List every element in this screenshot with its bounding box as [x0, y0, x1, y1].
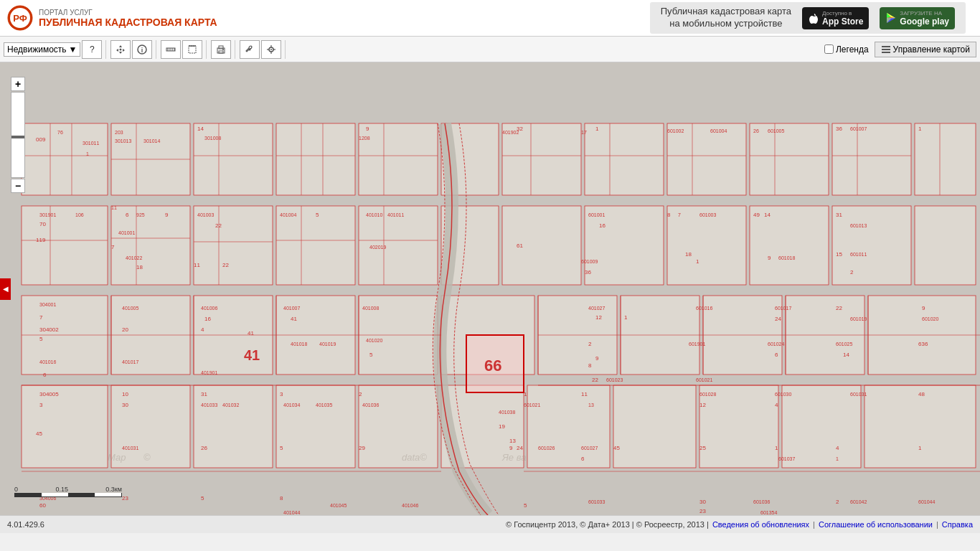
- logo-title: ПУБЛИЧНАЯ КАДАСТРОВАЯ КАРТА: [39, 17, 217, 28]
- svg-text:4: 4: [836, 445, 839, 451]
- svg-text:4: 4: [775, 402, 778, 408]
- svg-point-22: [249, 48, 251, 50]
- svg-rect-16: [189, 46, 196, 53]
- svg-text:401038: 401038: [499, 410, 515, 415]
- svg-text:304001: 304001: [39, 302, 56, 307]
- svg-text:2: 2: [850, 269, 854, 276]
- scale-labels: 0 0.15 0.3км: [14, 486, 122, 493]
- svg-text:36: 36: [836, 126, 842, 132]
- svg-rect-37: [276, 123, 355, 195]
- svg-text:601354: 601354: [760, 510, 777, 515]
- svg-text:22: 22: [222, 262, 229, 268]
- svg-text:26: 26: [201, 445, 207, 451]
- google-play-button[interactable]: ЗАГРУЗИТЕ НА Google play: [880, 7, 955, 29]
- svg-text:401016: 401016: [39, 359, 56, 364]
- svg-text:5: 5: [316, 212, 319, 218]
- svg-rect-20: [219, 51, 223, 53]
- svg-text:401044: 401044: [283, 510, 300, 515]
- svg-text:601020: 601020: [922, 316, 938, 321]
- svg-text:41: 41: [244, 347, 260, 363]
- scale-label-03: 0.3км: [105, 486, 122, 493]
- svg-text:601002: 601002: [667, 128, 684, 133]
- svg-text:45: 45: [613, 445, 620, 451]
- pan-tool-btn[interactable]: [110, 40, 131, 59]
- svg-text:5: 5: [369, 352, 373, 358]
- svg-text:925: 925: [136, 212, 145, 217]
- svg-text:301901: 301901: [39, 212, 56, 217]
- zoom-slider[interactable]: [11, 92, 25, 178]
- measure-distance-btn[interactable]: [161, 40, 181, 59]
- svg-text:601033: 601033: [588, 499, 605, 504]
- svg-text:4: 4: [201, 326, 204, 333]
- svg-text:17: 17: [581, 130, 587, 135]
- svg-text:1: 1: [836, 456, 839, 461]
- manage-map-label: Управление картой: [893, 44, 970, 55]
- svg-text:401011: 401011: [387, 212, 404, 217]
- scale-segment-3: [68, 493, 95, 496]
- zoom-out-button[interactable]: −: [11, 179, 25, 193]
- svg-text:11: 11: [194, 262, 200, 268]
- zoom-in-button[interactable]: +: [11, 77, 25, 91]
- legend-checkbox[interactable]: [824, 44, 834, 54]
- svg-text:20: 20: [122, 326, 128, 333]
- svg-text:401032: 401032: [222, 402, 239, 408]
- svg-text:2: 2: [359, 391, 362, 397]
- svg-text:1: 1: [524, 391, 527, 397]
- svg-text:18: 18: [136, 264, 143, 270]
- measure-area-btn[interactable]: [182, 40, 202, 59]
- svg-text:13: 13: [509, 438, 516, 444]
- svg-rect-52: [502, 206, 581, 285]
- settings-btn[interactable]: [240, 40, 260, 59]
- navigation-tools-group: i: [110, 40, 156, 59]
- svg-text:301011: 301011: [83, 141, 99, 146]
- property-type-dropdown[interactable]: Недвижимость ▼: [4, 42, 80, 57]
- svg-text:601018: 601018: [778, 255, 795, 260]
- svg-text:30: 30: [122, 402, 128, 408]
- svg-text:32: 32: [517, 126, 523, 132]
- print-tools-group: [211, 40, 235, 59]
- info-tool-btn[interactable]: i: [132, 40, 152, 59]
- mobile-promo-text: Публичная кадастровая картана мобильном …: [661, 6, 791, 30]
- svg-rect-45: [915, 123, 976, 195]
- svg-text:402019: 402019: [369, 245, 386, 250]
- svg-text:36: 36: [585, 269, 591, 276]
- svg-text:401046: 401046: [402, 503, 418, 508]
- print-btn[interactable]: [211, 40, 231, 59]
- svg-rect-55: [750, 206, 829, 285]
- svg-text:24: 24: [775, 316, 781, 322]
- svg-text:401031: 401031: [122, 446, 138, 451]
- svg-text:5: 5: [524, 502, 527, 509]
- svg-text:401004: 401004: [280, 212, 296, 217]
- map-container[interactable]: 009 76 301011 1 203 301013 301014 14 301…: [0, 62, 980, 515]
- svg-text:16: 16: [599, 222, 606, 229]
- help-btn[interactable]: ?: [82, 40, 102, 59]
- extra-settings-btn[interactable]: [261, 40, 281, 59]
- svg-text:009: 009: [36, 136, 46, 143]
- svg-text:601017: 601017: [775, 306, 791, 311]
- svg-text:7: 7: [39, 314, 43, 321]
- svg-text:45: 45: [36, 430, 42, 437]
- svg-text:5: 5: [201, 495, 204, 501]
- svg-rect-69: [22, 385, 108, 468]
- legend-checkbox-label[interactable]: Легенда: [824, 44, 869, 55]
- footer-link-updates[interactable]: Сведения об обновлениях: [712, 520, 809, 529]
- svg-text:60: 60: [39, 502, 46, 509]
- svg-text:401008: 401008: [362, 306, 379, 311]
- svg-text:601036: 601036: [753, 499, 770, 504]
- footer-link-help[interactable]: Справка: [942, 520, 973, 529]
- svg-text:7: 7: [111, 244, 115, 250]
- footer-link-agreement[interactable]: Соглашение об использовании: [819, 520, 933, 529]
- svg-text:10: 10: [122, 391, 128, 397]
- svg-text:16: 16: [204, 316, 211, 322]
- app-store-button[interactable]: Доступно в App Store: [802, 7, 869, 29]
- nav-arrow-left[interactable]: ◀: [0, 278, 11, 300]
- legend-label: Легенда: [836, 44, 869, 55]
- svg-text:31: 31: [201, 391, 207, 397]
- zoom-slider-handle: [11, 136, 24, 138]
- manage-map-button[interactable]: Управление картой: [875, 42, 976, 57]
- svg-text:1: 1: [775, 445, 778, 451]
- svg-text:636: 636: [918, 341, 928, 347]
- print-icon: [216, 44, 226, 55]
- footer-sep-1: |: [813, 520, 815, 529]
- svg-rect-54: [667, 206, 746, 285]
